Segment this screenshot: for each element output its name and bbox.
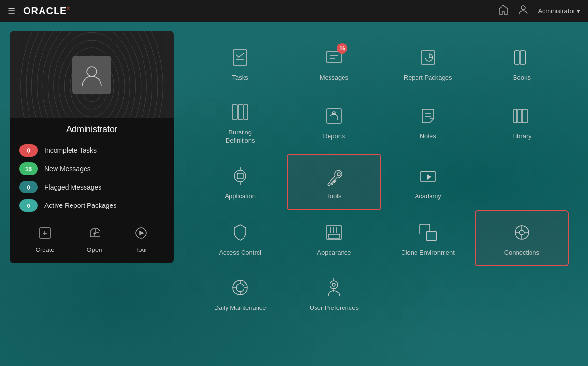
svg-rect-40 [234,170,246,182]
svg-point-49 [332,183,333,184]
access-control-label: Access Control [219,249,261,257]
profile-card: Administrator 0 Incomplete Tasks 16 New … [10,31,174,263]
active-report-packages-label: Active Report Packages [44,202,116,209]
notes-icon [416,103,441,129]
tools-icon [321,163,346,189]
oracle-logo: ORACLE® [23,5,71,16]
create-button[interactable]: Create [36,226,55,253]
profile-banner [10,31,174,118]
svg-rect-37 [514,109,517,123]
open-icon [88,226,101,242]
stats-section: 0 Incomplete Tasks 16 New Messages 0 Fla… [10,134,174,212]
svg-rect-45 [237,173,243,179]
grid-item-appearance[interactable]: Appearance [287,210,381,267]
svg-rect-31 [238,105,243,119]
connections-icon [509,220,534,245]
svg-rect-20 [233,50,247,65]
svg-rect-59 [427,231,436,241]
grid-item-messages[interactable]: 16 Messages [287,36,381,91]
svg-point-65 [236,284,244,292]
new-messages-badge: 16 [19,162,38,175]
grid-item-books[interactable]: Books [475,36,569,91]
application-label: Application [225,192,256,201]
admin-chevron-icon: ▾ [577,7,580,15]
flagged-messages-badge: 0 [19,181,38,193]
grid-item-academy[interactable]: Academy [381,154,475,210]
clone-environment-icon [416,220,441,245]
books-icon [509,45,534,70]
messages-label: Messages [320,74,348,82]
admin-dropdown-button[interactable]: Administrator ▾ [538,7,580,15]
svg-rect-22 [326,52,342,62]
grid-item-tasks[interactable]: Tasks [193,36,287,91]
create-label: Create [36,246,55,253]
tasks-label: Tasks [232,74,248,82]
library-label: Library [512,132,531,141]
open-button[interactable]: Open [87,226,102,253]
grid-item-clone-environment[interactable]: Clone Environment [381,210,475,267]
flagged-messages-label: Flagged Messages [44,183,101,191]
bursting-definitions-label: Bursting Definitions [226,129,255,145]
grid-item-application[interactable]: Application [193,154,287,210]
grid-item-reports[interactable]: Reports [287,91,381,154]
appearance-icon [321,220,346,245]
active-report-packages-badge: 0 [19,199,38,212]
svg-point-46 [337,173,340,176]
hamburger-icon[interactable]: ☰ [8,7,15,15]
report-packages-icon [416,45,441,70]
admin-label: Administrator [538,7,575,15]
academy-label: Academy [415,192,441,201]
svg-point-62 [519,230,524,235]
reports-label: Reports [323,132,345,141]
reports-icon [321,103,346,129]
user-preferences-icon [321,275,346,300]
grid-item-user-preferences[interactable]: User Preferences [287,266,381,321]
access-control-icon [228,220,253,245]
navbar: ☰ ORACLE® Administrator ▾ [0,0,588,22]
tools-label: Tools [327,192,341,201]
tour-button[interactable]: Tour [134,226,148,253]
grid-item-bursting-definitions[interactable]: Bursting Definitions [193,91,287,154]
application-icon [228,163,253,189]
profile-name: Administrator [10,124,174,134]
action-row: Create Open [10,212,174,253]
grid-item-access-control[interactable]: Access Control [193,210,287,267]
home-icon[interactable] [498,5,509,17]
grid-item-daily-maintenance[interactable]: Daily Maintenance [193,266,287,321]
svg-rect-38 [518,109,521,123]
clone-environment-label: Clone Environment [401,249,455,257]
grid-item-report-packages[interactable]: Report Packages [381,36,475,91]
avatar [72,56,111,94]
user-preferences-label: User Preferences [310,304,359,312]
svg-rect-32 [244,105,248,119]
books-label: Books [513,74,531,82]
navbar-left: ☰ ORACLE® [8,5,71,16]
appearance-label: Appearance [317,249,351,257]
icons-grid: Tasks 16 Messages Report Packages [184,31,578,326]
svg-point-71 [332,283,335,286]
grid-item-library[interactable]: Library [475,91,569,154]
svg-point-0 [521,6,525,10]
svg-rect-39 [522,109,527,123]
tasks-icon [228,45,253,70]
svg-rect-27 [520,51,525,64]
notes-label: Notes [420,132,436,141]
navbar-right: Administrator ▾ [498,4,580,17]
stat-row-active-report-packages: 0 Active Report Packages [19,199,164,212]
stat-row-incomplete-tasks: 0 Incomplete Tasks [19,144,164,157]
new-messages-label: New Messages [44,165,91,173]
svg-marker-51 [427,175,431,179]
stat-row-new-messages: 16 New Messages [19,162,164,175]
svg-point-14 [87,67,97,76]
incomplete-tasks-label: Incomplete Tasks [44,146,97,154]
svg-rect-33 [327,109,341,123]
user-settings-icon[interactable] [518,4,528,17]
left-panel: Administrator 0 Incomplete Tasks 16 New … [10,31,174,356]
svg-point-47 [333,181,335,183]
grid-item-notes[interactable]: Notes [381,91,475,154]
report-packages-label: Report Packages [404,74,452,82]
svg-rect-54 [328,234,340,238]
grid-item-tools[interactable]: Tools [287,154,381,210]
open-label: Open [87,246,102,253]
grid-item-connections[interactable]: Connections [475,210,569,267]
